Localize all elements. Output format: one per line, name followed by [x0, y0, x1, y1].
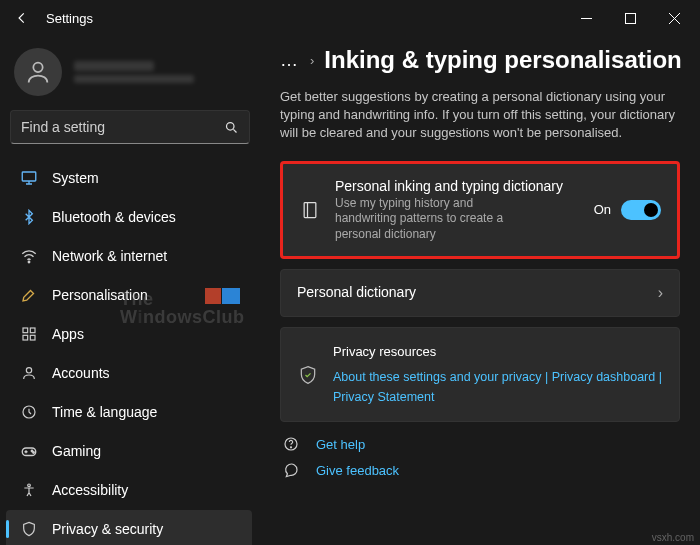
nav-label: Network & internet [52, 248, 167, 264]
privacy-title: Privacy resources [333, 342, 663, 363]
chevron-right-icon: › [658, 284, 663, 302]
give-feedback-link[interactable]: Give feedback [280, 462, 680, 478]
svg-rect-7 [23, 335, 28, 340]
nav-label: Accounts [52, 365, 110, 381]
breadcrumb-more[interactable]: … [280, 50, 300, 71]
privacy-link-dashboard[interactable]: Privacy dashboard [552, 370, 656, 384]
chevron-right-icon: › [310, 53, 314, 68]
toggle-state-label: On [594, 202, 611, 217]
window-title: Settings [40, 11, 93, 26]
svg-rect-5 [23, 328, 28, 333]
feedback-icon [280, 462, 302, 478]
title-bar: Settings [0, 0, 700, 36]
nav-privacy-security[interactable]: Privacy & security [6, 510, 252, 545]
shield-check-icon [297, 365, 319, 385]
dictionary-toggle-card: Personal inking and typing dictionary Us… [280, 161, 680, 260]
nav-label: Privacy & security [52, 521, 163, 537]
monitor-icon [20, 169, 38, 187]
nav-accounts[interactable]: Accounts [6, 354, 252, 392]
svg-point-9 [26, 368, 31, 373]
user-name-blurred [74, 61, 194, 83]
personal-dictionary-title: Personal dictionary [297, 284, 644, 300]
toggle-subtitle: Use my typing history and handwriting pa… [335, 196, 535, 243]
apps-icon [20, 325, 38, 343]
svg-point-2 [227, 122, 235, 130]
nav-accessibility[interactable]: Accessibility [6, 471, 252, 509]
sidebar: Find a setting System Bluetooth & device… [0, 36, 260, 545]
nav-label: Accessibility [52, 482, 128, 498]
nav-bluetooth[interactable]: Bluetooth & devices [6, 198, 252, 236]
minimize-button[interactable] [564, 0, 608, 36]
nav-personalisation[interactable]: Personalisation [6, 276, 252, 314]
give-feedback-label: Give feedback [316, 463, 399, 478]
svg-point-17 [290, 447, 291, 448]
nav-list: System Bluetooth & devices Network & int… [4, 158, 256, 545]
dictionary-toggle[interactable] [621, 200, 661, 220]
nav-time-language[interactable]: Time & language [6, 393, 252, 431]
nav-system[interactable]: System [6, 159, 252, 197]
svg-point-4 [28, 261, 30, 263]
svg-point-1 [33, 63, 42, 72]
svg-rect-15 [304, 202, 316, 217]
svg-point-14 [28, 484, 31, 487]
nav-label: Gaming [52, 443, 101, 459]
clock-icon [20, 403, 38, 421]
bluetooth-icon [20, 208, 38, 226]
get-help-link[interactable]: Get help [280, 436, 680, 452]
toggle-title: Personal inking and typing dictionary [335, 178, 580, 194]
get-help-label: Get help [316, 437, 365, 452]
brush-icon [20, 286, 38, 304]
main-content: … › Inking & typing personalisation Get … [260, 36, 700, 545]
svg-rect-8 [30, 335, 35, 340]
maximize-button[interactable] [608, 0, 652, 36]
person-icon [20, 364, 38, 382]
avatar [14, 48, 62, 96]
nav-label: Bluetooth & devices [52, 209, 176, 225]
dictionary-icon [299, 200, 321, 220]
privacy-link-about[interactable]: About these settings and your privacy [333, 370, 541, 384]
privacy-link-statement[interactable]: Privacy Statement [333, 390, 434, 404]
shield-icon [20, 520, 38, 538]
nav-network[interactable]: Network & internet [6, 237, 252, 275]
help-icon [280, 436, 302, 452]
nav-apps[interactable]: Apps [6, 315, 252, 353]
nav-label: Time & language [52, 404, 157, 420]
accessibility-icon [20, 481, 38, 499]
gaming-icon [20, 442, 38, 460]
svg-rect-6 [30, 328, 35, 333]
back-button[interactable] [4, 0, 40, 36]
svg-point-13 [33, 452, 35, 454]
svg-rect-3 [22, 172, 36, 181]
page-title: Inking & typing personalisation [324, 46, 681, 74]
user-profile[interactable] [4, 42, 256, 110]
nav-label: System [52, 170, 99, 186]
search-input[interactable]: Find a setting [10, 110, 250, 144]
privacy-resources-card: Privacy resources About these settings a… [280, 327, 680, 422]
close-button[interactable] [652, 0, 696, 36]
wifi-icon [20, 247, 38, 265]
nav-label: Apps [52, 326, 84, 342]
personal-dictionary-card[interactable]: Personal dictionary › [280, 269, 680, 317]
page-description: Get better suggestions by creating a per… [260, 82, 700, 161]
svg-rect-0 [625, 13, 635, 23]
nav-label: Personalisation [52, 287, 148, 303]
nav-gaming[interactable]: Gaming [6, 432, 252, 470]
attribution: vsxh.com [652, 532, 694, 543]
